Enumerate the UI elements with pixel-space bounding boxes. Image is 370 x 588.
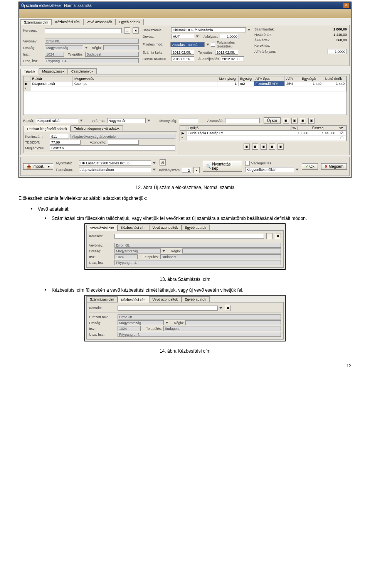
tab-tetelsor-kieg[interactable]: Tételsor kiegészítő adatok — [23, 126, 71, 132]
chevron-down-icon[interactable] — [219, 307, 222, 309]
mennyiseg-field[interactable] — [179, 118, 198, 123]
tab-szamlazasi-cim[interactable]: Számlázási cím — [86, 225, 118, 231]
bankszamla-field[interactable]: CitiBank HUF folyószámla — [171, 27, 246, 32]
kiegyenlites-field[interactable]: Kiegyenlítés nélkül — [245, 167, 294, 172]
table-row[interactable]: ▶ Központi raktár Csempe 1 m2 Fizetendő … — [24, 81, 346, 86]
table-row[interactable]: * ☐ — [180, 136, 346, 141]
kontakt-field[interactable] — [118, 306, 218, 311]
kontakt-clear-icon[interactable]: ✖ — [225, 305, 231, 311]
peldany-field[interactable]: 2 — [182, 168, 191, 173]
kontirszam-field[interactable]: 911 — [50, 134, 69, 139]
col-egysegar: Egységár — [300, 76, 323, 81]
row-icon[interactable]: ▣ — [291, 118, 298, 124]
afa-telj-field[interactable]: 2012.02.08. — [221, 56, 244, 61]
bankszamla-label: Bankszámla: — [143, 28, 170, 32]
chevron-down-icon[interactable] — [80, 120, 83, 122]
chevron-down-icon[interactable] — [162, 250, 165, 252]
azonosito-field[interactable] — [108, 140, 139, 145]
chevron-down-icon[interactable] — [153, 169, 156, 171]
tab-egyeb-adatok[interactable]: Egyéb adatok — [182, 296, 210, 302]
col-raktar: Raktár — [30, 76, 73, 81]
tab-kezbesitesi-cim[interactable]: Kézbesítési cím — [118, 297, 149, 302]
row-icon[interactable]: ▣ — [283, 118, 289, 124]
folyamatos-checkbox[interactable] — [211, 42, 215, 47]
chevron-down-icon[interactable] — [206, 44, 209, 46]
chevron-down-icon[interactable] — [153, 162, 156, 164]
row-icon[interactable]: ▣ — [308, 118, 314, 124]
veglegesites-checkbox[interactable] — [245, 161, 250, 166]
deviza-field[interactable]: HUF — [171, 34, 194, 39]
table-row[interactable]: ▶ Buda Tégla Cserép Rt. 100,00 1 440,00 … — [180, 131, 346, 136]
deviza-label: Deviza: — [143, 35, 170, 39]
irsz-label: Irsz: — [89, 255, 113, 259]
close-icon[interactable]: × — [343, 3, 349, 8]
chevron-down-icon[interactable] — [147, 120, 150, 122]
footer-icon[interactable]: ▣ — [244, 144, 250, 150]
azonosito-field[interactable] — [225, 118, 260, 123]
tab-kezbesitesi-cim[interactable]: Kézbesítési cím — [118, 225, 149, 230]
formatum-field[interactable]: Alap számlaformátum — [79, 167, 151, 172]
tab-szamlazasi-cim[interactable]: Számlázási cím — [20, 19, 52, 25]
table-row[interactable]: * — [24, 86, 346, 91]
teszor-field[interactable]: 77.99 — [50, 140, 81, 145]
utca-field: Pitypang u. 4. — [114, 260, 281, 265]
arfolyam-field[interactable]: 1,0000 — [220, 34, 239, 39]
fiz-hatarido-label: Fizetési határidő: — [143, 57, 170, 61]
footer-icon[interactable]: ▣ — [278, 144, 284, 150]
tab-egyeb-adatok[interactable]: Egyéb adatok — [182, 225, 210, 230]
raktar-field[interactable]: Központi raktár — [36, 118, 78, 123]
chevron-down-icon[interactable] — [296, 169, 299, 171]
tab-szamlazasi-cim[interactable]: Számlázási cím — [86, 296, 118, 302]
vevonev-field: Error Kft. — [45, 39, 139, 44]
kontirszam-label: Kontirszám: — [25, 135, 48, 139]
window-titlebar[interactable]: Új számla előkészítése - Normál számlák … — [19, 2, 351, 9]
vevonev-field: Error Kft. — [114, 243, 281, 248]
stepper-icon[interactable]: ▴ — [193, 167, 200, 173]
afa-arf-field[interactable]: 1,0000 — [328, 49, 347, 54]
tetel-grid[interactable]: Raktár Megnevezés Mennyiség Egység ÁFA t… — [23, 76, 347, 115]
tab-csatolmanyok[interactable]: Csatolmányok — [68, 68, 97, 74]
chevron-down-icon[interactable] — [85, 47, 88, 49]
arforma-field[interactable]: Nagyker ár — [107, 118, 146, 123]
tab-egyeb-adatok[interactable]: Egyéb adatok — [116, 19, 144, 25]
footer-icon[interactable]: ▣ — [261, 144, 267, 150]
formatum-label: Formátum: — [56, 168, 77, 172]
search-clear-icon[interactable]: ✖ — [275, 233, 281, 239]
cancel-button[interactable]: ✖ Mégsem — [321, 163, 347, 170]
search-clear-icon[interactable]: ✖ — [133, 27, 139, 34]
nyomtato-field[interactable]: HP LaserJet 2200 Series PCL 6 — [79, 161, 151, 166]
telepules-field: Budapest — [163, 326, 281, 331]
megjegyzes-field[interactable]: I.osztály — [50, 145, 175, 150]
search-input[interactable] — [114, 234, 264, 239]
fiz-hatarido-field[interactable]: 2012.02.16. — [171, 56, 194, 61]
chevron-down-icon[interactable] — [165, 322, 168, 324]
tab-tetelsor-idegen[interactable]: Tételsor idegennyelvű adatok — [71, 125, 123, 131]
footer-icon[interactable]: ▣ — [252, 144, 258, 150]
search-browse-icon[interactable]: … — [266, 233, 272, 239]
import-button[interactable]: 📥 Import... ▾ — [23, 163, 53, 170]
szamla-kelte-field[interactable]: 2012.02.08. — [171, 50, 194, 55]
teljesites-field[interactable]: 2012.02.08. — [215, 50, 238, 55]
regio-label: Régió: — [174, 321, 184, 325]
chevron-down-icon[interactable] — [247, 29, 251, 31]
nyomtatasi-kep-button[interactable]: 🔍 Nyomtatási kép — [203, 161, 242, 172]
irsz-field: 1024 — [45, 52, 64, 57]
tab-vevo-azonositok[interactable]: Vevő azonosítók — [149, 225, 182, 230]
search-browse-icon[interactable]: … — [124, 27, 130, 34]
printer-icon[interactable]: 🖨 — [160, 159, 166, 166]
chevron-down-icon[interactable] — [196, 35, 199, 37]
irsz-label: Irsz: — [23, 52, 43, 56]
uj-sor-button[interactable]: Új sor — [264, 117, 281, 124]
row-icon[interactable]: ▣ — [300, 118, 306, 124]
tab-kezbesitesi-cim[interactable]: Kézbesítési cím — [52, 19, 83, 25]
tab-tetelek[interactable]: Tételek — [20, 69, 39, 74]
tab-vevo-azonositok[interactable]: Vevő azonosítók — [83, 19, 116, 25]
gyujto-grid[interactable]: Gyűjtő [ % ] Összeg Sz ▶ Buda Tégla Cser… — [180, 125, 347, 141]
tab-megjegyzesek[interactable]: Megjegyzések — [39, 68, 68, 74]
search-input[interactable] — [45, 28, 122, 33]
fizmod-field[interactable]: Átutalás - normál — [170, 42, 204, 47]
col-sz: Sz — [337, 126, 346, 131]
footer-icon[interactable]: ▣ — [269, 144, 275, 150]
ok-button[interactable]: ✔ Ok — [302, 163, 318, 170]
tab-vevo-azonositok[interactable]: Vevő azonosítók — [149, 296, 182, 302]
